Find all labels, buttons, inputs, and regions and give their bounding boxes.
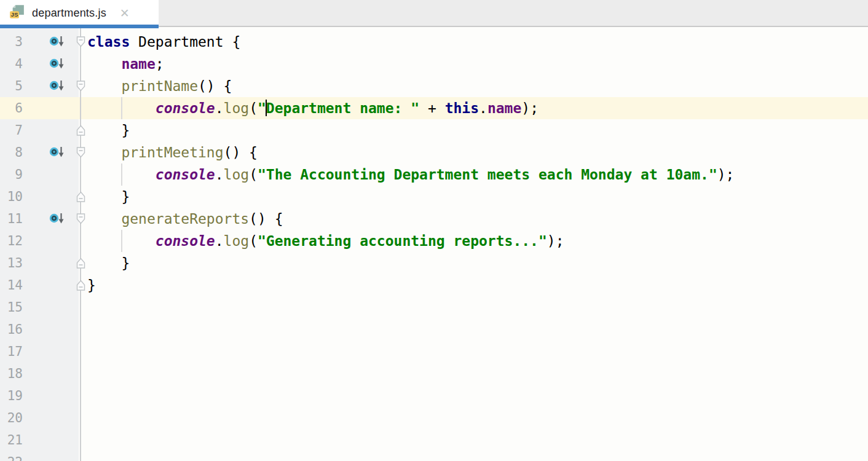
code-line[interactable]: 13 } [0, 252, 868, 274]
token-plain: . [215, 233, 224, 249]
code-text: generateReports() { [81, 208, 283, 230]
tab-title: departments.js [32, 7, 106, 20]
code-line[interactable]: 15 [0, 296, 868, 318]
line-number[interactable]: 10 [0, 189, 23, 204]
token-plain: ( [249, 100, 258, 116]
fold-start-icon[interactable] [76, 36, 85, 47]
fold-start-icon[interactable] [76, 81, 85, 92]
overridden-icon[interactable] [23, 212, 81, 226]
fold-start-icon[interactable] [76, 213, 85, 224]
code-line[interactable]: 7 } [0, 119, 868, 141]
token-global: console [156, 100, 215, 116]
code-line[interactable]: 21 [0, 429, 868, 451]
line-number[interactable]: 3 [0, 34, 23, 49]
fold-end-icon[interactable] [76, 191, 85, 202]
line-number[interactable]: 5 [0, 79, 23, 93]
token-function: printMeeting [121, 144, 223, 160]
line-number[interactable]: 15 [0, 300, 23, 315]
fold-end-icon[interactable] [76, 258, 85, 269]
line-number[interactable]: 11 [0, 211, 23, 226]
overridden-icon[interactable] [23, 35, 81, 49]
token-plain: . [215, 167, 224, 183]
token-plain: ; [156, 56, 164, 72]
overridden-icon[interactable] [23, 57, 81, 71]
code-line[interactable]: 12 console.log("Generating accounting re… [0, 230, 868, 252]
code-line[interactable]: 11 generateReports() { [0, 208, 868, 230]
line-number[interactable]: 6 [0, 101, 23, 116]
token-plain: () { [249, 211, 283, 227]
code-line[interactable]: 20 [0, 407, 868, 429]
tab-close-icon[interactable]: ✕ [120, 7, 130, 19]
js-file-icon: JS [9, 4, 25, 22]
code-line[interactable]: 18 [0, 363, 868, 385]
line-number[interactable]: 20 [0, 411, 23, 425]
token-global: console [156, 233, 215, 249]
code-text: console.log("The Accounting Department m… [81, 164, 734, 186]
token-plain: ( [249, 167, 258, 183]
token-plain: Department { [130, 34, 240, 50]
token-field: name [121, 56, 155, 72]
token-string: "The Accounting Department meets each Mo… [258, 167, 717, 183]
tab-departments-js[interactable]: JS departments.js ✕ [0, 0, 159, 26]
code-editor[interactable]: 3 class Department {4 name;5 printName()… [0, 28, 868, 461]
token-string: " [258, 100, 266, 116]
code-line[interactable]: 3 class Department { [0, 31, 868, 53]
token-function: printName [121, 78, 198, 94]
line-number[interactable]: 18 [0, 366, 23, 381]
line-number[interactable]: 9 [0, 167, 23, 182]
line-number[interactable]: 17 [0, 344, 23, 359]
code-text: class Department { [81, 31, 240, 53]
code-line[interactable]: 5 printName() { [0, 75, 868, 97]
token-plain: () { [224, 144, 258, 160]
token-plain: ); [547, 233, 564, 249]
token-plain: } [87, 122, 130, 138]
token-plain: ); [521, 100, 539, 116]
overridden-icon[interactable] [23, 146, 81, 159]
token-plain [87, 211, 121, 227]
gutter-separator [80, 28, 81, 461]
code-line[interactable]: 6 console.log("Department name: " + this… [0, 97, 868, 119]
code-line[interactable]: 14} [0, 274, 868, 296]
token-plain: } [87, 277, 96, 293]
token-function: log [224, 167, 250, 183]
code-line[interactable]: 4 name; [0, 53, 868, 75]
line-number[interactable]: 4 [0, 57, 23, 71]
line-number[interactable]: 13 [0, 256, 23, 270]
token-string: "Generating accounting reports..." [258, 233, 547, 249]
line-number[interactable]: 19 [0, 388, 23, 403]
line-number[interactable]: 12 [0, 234, 23, 248]
token-plain: () { [198, 78, 232, 94]
line-number[interactable]: 21 [0, 433, 23, 447]
code-line[interactable]: 19 [0, 385, 868, 407]
token-plain: ( [249, 233, 258, 249]
code-line[interactable]: 16 [0, 318, 868, 341]
token-keyword: class [87, 34, 130, 50]
code-line[interactable]: 10 } [0, 186, 868, 208]
line-number[interactable]: 8 [0, 145, 23, 160]
overridden-icon[interactable] [23, 79, 81, 93]
fold-end-icon[interactable] [76, 280, 85, 291]
token-plain [87, 144, 121, 160]
token-plain [87, 233, 156, 249]
line-number[interactable]: 22 [0, 455, 23, 461]
code-text: } [81, 252, 130, 274]
code-line[interactable]: 22 [0, 451, 868, 461]
token-plain [87, 100, 156, 116]
fold-start-icon[interactable] [76, 147, 85, 158]
token-plain: } [87, 189, 130, 205]
fold-end-icon[interactable] [76, 125, 85, 136]
code-line[interactable]: 9 console.log("The Accounting Department… [0, 164, 868, 186]
code-text: } [81, 119, 130, 141]
token-plain: + [419, 100, 445, 116]
code-text: printName() { [81, 75, 232, 97]
line-number[interactable]: 7 [0, 123, 23, 138]
token-field: name [487, 100, 521, 116]
token-keyword: this [445, 100, 479, 116]
token-plain [87, 167, 156, 183]
code-text: console.log("Generating accounting repor… [81, 230, 564, 252]
line-number[interactable]: 14 [0, 278, 23, 293]
code-line[interactable]: 17 [0, 341, 868, 363]
token-function: generateReports [121, 211, 249, 227]
line-number[interactable]: 16 [0, 322, 23, 337]
code-line[interactable]: 8 printMeeting() { [0, 141, 868, 164]
